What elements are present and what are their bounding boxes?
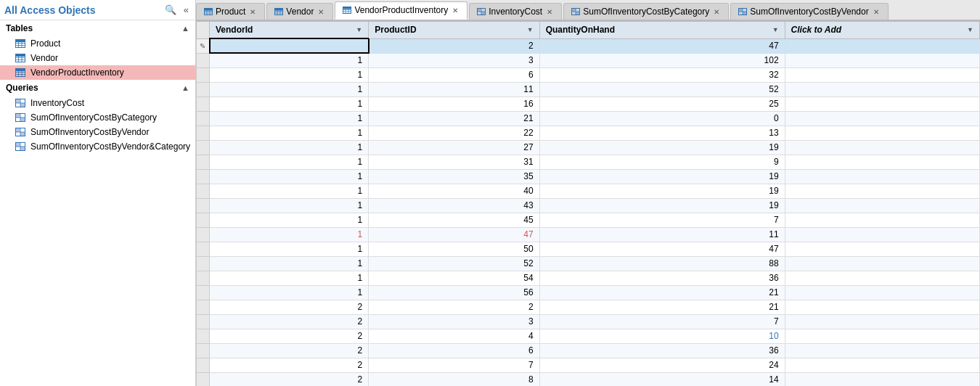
cell-quantity[interactable]: 7 — [539, 314, 785, 329]
table-row[interactable]: 1319 — [197, 155, 980, 169]
table-row[interactable]: 13102 — [197, 53, 980, 67]
cell-vendorid[interactable]: 2 — [210, 372, 369, 386]
cell-productid[interactable]: 43 — [369, 198, 539, 213]
cell-clicktoadd[interactable] — [785, 300, 979, 314]
productid-sort-icon[interactable]: ▼ — [527, 26, 534, 33]
cell-quantity[interactable]: 88 — [539, 256, 785, 271]
cell-vendorid[interactable]: 1 — [210, 271, 369, 285]
cell-quantity[interactable]: 9 — [539, 155, 785, 169]
cell-productid[interactable]: 2 — [369, 38, 539, 53]
tab-product[interactable]: Product ✕ — [196, 3, 265, 20]
cell-clicktoadd[interactable] — [785, 227, 979, 242]
cell-clicktoadd[interactable] — [785, 329, 979, 343]
table-row[interactable]: 14711 — [197, 227, 980, 242]
table-row[interactable]: 2724 — [197, 358, 980, 372]
cell-clicktoadd[interactable] — [785, 213, 979, 227]
sidebar-item-suminventorybyvendor[interactable]: SumOfInventoryCostByVendor — [0, 125, 195, 139]
cell-clicktoadd[interactable] — [785, 140, 979, 155]
cell-clicktoadd[interactable] — [785, 111, 979, 126]
cell-productid[interactable]: 45 — [369, 213, 539, 227]
cell-quantity[interactable]: 47 — [539, 38, 785, 53]
table-row[interactable]: 2410 — [197, 329, 980, 343]
cell-vendorid[interactable]: 1 — [210, 126, 369, 140]
tab-vendor-close[interactable]: ✕ — [317, 7, 325, 17]
cell-productid[interactable]: 4 — [369, 329, 539, 343]
tab-sumvendor[interactable]: SumOfInventoryCostByVendor ✕ — [730, 3, 888, 20]
clicktoadd-sort-icon[interactable]: ▼ — [967, 26, 973, 33]
cell-quantity[interactable]: 36 — [539, 271, 785, 285]
cell-vendorid[interactable]: 1 — [210, 213, 369, 227]
cell-productid[interactable]: 2 — [369, 300, 539, 314]
cell-vendorid[interactable]: 1 — [210, 184, 369, 198]
tab-sumcat[interactable]: SumOfInventoryCostByCategory ✕ — [563, 3, 729, 20]
cell-quantity[interactable]: 7 — [539, 213, 785, 227]
cell-productid[interactable]: 54 — [369, 271, 539, 285]
sidebar-item-inventorycost[interactable]: InventoryCost — [0, 96, 195, 110]
tables-section-header[interactable]: Tables ▲ — [0, 20, 195, 36]
datasheet-container[interactable]: VendorId ▼ ProductID ▼ Q — [196, 21, 980, 386]
cell-productid[interactable]: 35 — [369, 169, 539, 184]
col-productid-header[interactable]: ProductID ▼ — [369, 22, 539, 39]
cell-vendorid[interactable]: 1 — [210, 111, 369, 126]
cell-quantity[interactable]: 0 — [539, 111, 785, 126]
cell-quantity[interactable]: 10 — [539, 329, 785, 343]
cell-productid[interactable]: 6 — [369, 343, 539, 358]
table-row[interactable]: 11152 — [197, 82, 980, 96]
cell-clicktoadd[interactable] — [785, 314, 979, 329]
cell-productid[interactable]: 3 — [369, 53, 539, 67]
cell-vendorid[interactable]: 1 — [210, 67, 369, 82]
cell-quantity[interactable]: 52 — [539, 82, 785, 96]
cell-productid[interactable]: 3 — [369, 314, 539, 329]
cell-quantity[interactable]: 13 — [539, 126, 785, 140]
table-row[interactable]: 2636 — [197, 343, 980, 358]
table-row[interactable]: 15621 — [197, 285, 980, 300]
tab-vpi-close[interactable]: ✕ — [451, 6, 460, 15]
cell-vendorid[interactable]: 1 — [210, 242, 369, 256]
cell-quantity[interactable]: 14 — [539, 372, 785, 386]
table-row[interactable]: 15288 — [197, 256, 980, 271]
cell-vendorid[interactable]: 1 — [210, 198, 369, 213]
cell-productid[interactable]: 47 — [369, 227, 539, 242]
cell-vendorid[interactable] — [210, 38, 369, 53]
cell-vendorid[interactable]: 2 — [210, 358, 369, 372]
table-row[interactable]: 15047 — [197, 242, 980, 256]
sidebar-item-suminventorybycategory[interactable]: SumOfInventoryCostByCategory — [0, 110, 195, 125]
cell-clicktoadd[interactable] — [785, 198, 979, 213]
collapse-icon[interactable]: « — [181, 3, 191, 17]
cell-quantity[interactable]: 25 — [539, 96, 785, 111]
cell-quantity[interactable]: 19 — [539, 169, 785, 184]
cell-quantity[interactable]: 32 — [539, 67, 785, 82]
table-row[interactable]: 237 — [197, 314, 980, 329]
cell-clicktoadd[interactable] — [785, 169, 979, 184]
cell-clicktoadd[interactable] — [785, 67, 979, 82]
cell-quantity[interactable]: 11 — [539, 227, 785, 242]
tab-sumcat-close[interactable]: ✕ — [712, 7, 721, 17]
cell-vendorid[interactable]: 1 — [210, 256, 369, 271]
cell-clicktoadd[interactable] — [785, 271, 979, 285]
table-row[interactable]: 14019 — [197, 184, 980, 198]
cell-productid[interactable]: 11 — [369, 82, 539, 96]
cell-quantity[interactable]: 21 — [539, 285, 785, 300]
tab-sumvendor-close[interactable]: ✕ — [872, 7, 881, 17]
cell-productid[interactable]: 50 — [369, 242, 539, 256]
table-row[interactable]: 1210 — [197, 111, 980, 126]
cell-clicktoadd[interactable] — [785, 343, 979, 358]
cell-productid[interactable]: 21 — [369, 111, 539, 126]
cell-productid[interactable]: 22 — [369, 126, 539, 140]
cell-productid[interactable]: 52 — [369, 256, 539, 271]
cell-vendorid[interactable]: 1 — [210, 285, 369, 300]
cell-vendorid[interactable]: 1 — [210, 82, 369, 96]
cell-productid[interactable]: 8 — [369, 372, 539, 386]
cell-clicktoadd[interactable] — [785, 155, 979, 169]
cell-productid[interactable]: 56 — [369, 285, 539, 300]
search-icon[interactable]: 🔍 — [163, 3, 179, 17]
cell-quantity[interactable]: 19 — [539, 140, 785, 155]
cell-clicktoadd[interactable] — [785, 256, 979, 271]
cell-quantity[interactable]: 102 — [539, 53, 785, 67]
cell-vendorid[interactable]: 2 — [210, 300, 369, 314]
table-row[interactable]: 2814 — [197, 372, 980, 386]
table-row[interactable]: 1632 — [197, 67, 980, 82]
table-row[interactable]: 12719 — [197, 140, 980, 155]
cell-clicktoadd[interactable] — [785, 53, 979, 67]
cell-vendorid[interactable]: 1 — [210, 155, 369, 169]
